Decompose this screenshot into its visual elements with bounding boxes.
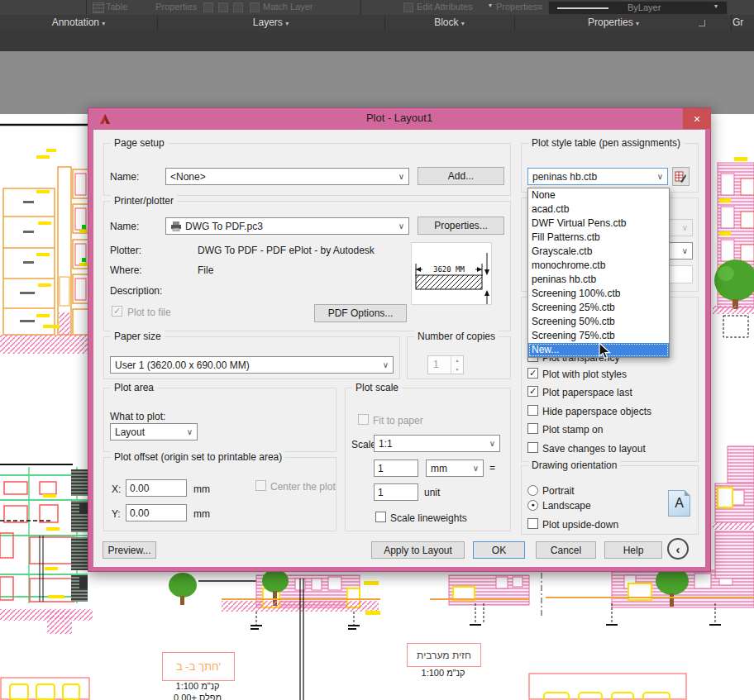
equals-sign: =	[489, 462, 495, 474]
pdf-options-button[interactable]: PDF Options...	[314, 304, 407, 322]
layer-tool-icon[interactable]	[203, 2, 213, 12]
plot-style-combo[interactable]: peninas hb.ctb ∨	[527, 168, 668, 185]
lines-icon: ≡	[537, 2, 542, 12]
plot-with-styles-checkbox[interactable]: ✓	[527, 368, 538, 379]
group-title: Page setup	[111, 137, 168, 149]
scale-lineweights-checkbox[interactable]	[375, 512, 386, 522]
dropdown-option[interactable]: None	[528, 188, 669, 202]
scale-combo[interactable]: 1:1 ∨	[374, 435, 500, 452]
scale-units-input[interactable]	[374, 483, 418, 501]
scale-unit-combo[interactable]: mm ∨	[426, 460, 484, 477]
layer-tool-icon[interactable]	[233, 2, 243, 12]
dropdown-option[interactable]: peninas hb.ctb	[528, 273, 669, 287]
layer-tool-icon[interactable]	[218, 2, 228, 12]
dialog-body: Page setup Name: <None> ∨ Add... Printer…	[93, 130, 705, 567]
offset-x-input[interactable]	[126, 479, 187, 497]
layer-properties-tool[interactable]: Properties	[155, 2, 197, 12]
group-title: Plot style table (pen assignments)	[528, 137, 684, 149]
chevron-down-icon[interactable]: ▾	[489, 2, 492, 9]
ok-button[interactable]: OK	[473, 541, 525, 559]
spinner-up-icon[interactable]: ▲	[451, 356, 463, 365]
apply-to-layout-button[interactable]: Apply to Layout	[371, 541, 465, 559]
help-button[interactable]: Help	[604, 541, 662, 559]
stepper-arrows[interactable]: ▲ ▼	[451, 356, 463, 374]
divider	[157, 15, 158, 31]
panel-layers[interactable]: Layers ▾	[157, 15, 384, 31]
radio-dot-icon: ●	[531, 502, 534, 507]
bylayer-dropdown[interactable]: ByLayer ▾	[548, 1, 728, 15]
offset-x-label: X:	[112, 483, 121, 495]
divider	[514, 15, 515, 31]
plotter-label: Plotter:	[110, 245, 141, 256]
plot-dialog: Plot - Layout1 × Page setup Name: <None>…	[88, 107, 711, 572]
layout-background-band	[0, 51, 754, 114]
spinner-down-icon[interactable]: ▼	[451, 365, 463, 374]
center-plot-checkbox[interactable]	[255, 480, 266, 491]
scale-lineweights-label: Scale lineweights	[390, 512, 467, 524]
what-to-plot-combo[interactable]: Layout ∨	[110, 423, 198, 440]
add-button[interactable]: Add...	[418, 167, 504, 185]
plot-to-file-label: Plot to file	[127, 307, 171, 318]
portrait-radio[interactable]	[527, 485, 538, 496]
dropdown-option[interactable]: Screening 100%.ctb	[528, 287, 669, 301]
dropdown-option[interactable]: acad.ctb	[528, 202, 669, 217]
save-changes-checkbox[interactable]	[527, 442, 538, 453]
copies-stepper[interactable]: 1 ▲ ▼	[427, 355, 464, 374]
dropdown-option[interactable]: Screening 75%.ctb	[528, 329, 669, 343]
dialog-titlebar[interactable]: Plot - Layout1 ×	[88, 108, 710, 130]
panel-properties[interactable]: Properties ▾	[514, 15, 713, 31]
table-tool[interactable]: Table	[106, 2, 127, 12]
paper-size-combo[interactable]: User 1 (3620.00 x 690.00 MM) ∨	[110, 356, 394, 374]
where-value: File	[198, 264, 213, 276]
combo-value: Layout	[115, 426, 145, 438]
panel-block[interactable]: Block ▾	[384, 15, 514, 31]
dropdown-option[interactable]: monochrome.ctb	[528, 259, 669, 273]
edit-plot-style-button[interactable]	[672, 167, 690, 186]
combo-value: User 1 (3620.00 x 690.00 MM)	[115, 360, 250, 371]
combo-value: 1:1	[379, 438, 393, 450]
printer-name-combo[interactable]: DWG To PDF.pc3 ∨	[165, 217, 409, 235]
left-section-bottom	[0, 464, 93, 634]
edit-attributes-tool[interactable]: Edit Attributes	[417, 2, 473, 12]
object-properties-tool[interactable]: Properties	[496, 2, 537, 12]
edit-attributes-icon[interactable]	[403, 2, 413, 12]
plot-upside-down-checkbox[interactable]	[527, 518, 538, 529]
description-label: Description:	[110, 285, 162, 297]
panel-groups-partial[interactable]: Gr	[733, 15, 754, 31]
match-layer-icon[interactable]	[250, 2, 260, 12]
landscape-radio[interactable]: ●	[527, 500, 538, 511]
paper-preview-graphic: 3620 MM	[412, 243, 491, 304]
dropdown-option[interactable]: Fill Patterns.ctb	[528, 231, 669, 245]
match-layer-tool[interactable]: Match Layer	[263, 2, 313, 12]
cancel-button[interactable]: Cancel	[536, 541, 596, 559]
close-button[interactable]: ×	[683, 108, 711, 129]
back-icon: ‹	[676, 542, 680, 556]
hide-paperspace-label: Hide paperspace objects	[542, 406, 651, 417]
plotter-value: DWG To PDF - PDF ePlot - by Autodesk	[198, 245, 375, 256]
plot-paperspace-last-checkbox[interactable]: ✓	[527, 386, 538, 397]
panel-annotation[interactable]: Annotation ▾	[0, 15, 157, 31]
group-title: Printer/plotter	[111, 195, 177, 207]
plot-to-file-checkbox[interactable]: ✓	[112, 306, 122, 317]
plot-style-dropdown-list[interactable]: None acad.ctb DWF Virtual Pens.ctb Fill …	[527, 188, 670, 358]
printer-properties-button[interactable]: Properties...	[418, 217, 504, 235]
dropdown-option[interactable]: Screening 25%.ctb	[528, 301, 669, 315]
dropdown-option[interactable]: Screening 50%.ctb	[528, 315, 669, 329]
plot-paperspace-last-label: Plot paperspace last	[542, 387, 632, 398]
scale-length-input[interactable]	[374, 460, 418, 477]
panel-launcher-icon[interactable]	[699, 20, 705, 26]
paper-preview: 3620 MM	[411, 242, 492, 305]
dropdown-option[interactable]: DWF Virtual Pens.ctb	[528, 217, 669, 231]
hide-paperspace-checkbox[interactable]	[527, 405, 538, 416]
dropdown-option[interactable]: Grayscale.ctb	[528, 245, 669, 259]
preview-button[interactable]: Preview...	[103, 541, 156, 559]
fit-to-paper-checkbox[interactable]	[358, 414, 369, 425]
combo-value: <None>	[170, 171, 206, 183]
elevation-title: חזית מערבית	[417, 650, 471, 661]
section-title: חתך ב- ב'	[176, 660, 221, 673]
page-setup-name-combo[interactable]: <None> ∨	[165, 168, 409, 185]
bottom-right-title-block	[529, 674, 686, 700]
less-options-button[interactable]: ‹	[667, 538, 689, 560]
offset-y-input[interactable]	[126, 504, 187, 521]
plot-stamp-checkbox[interactable]	[527, 423, 538, 434]
